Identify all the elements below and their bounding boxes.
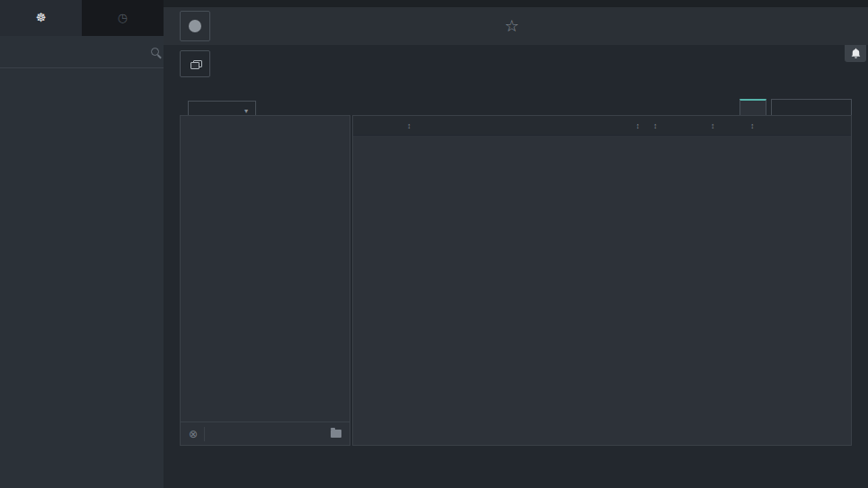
table-header: ↕ ↕ ↕ ↕ ↕ [353, 116, 851, 136]
main-area: ☆ ▾ ⊗ [164, 0, 868, 488]
sidebar: ☸ ◷ [0, 0, 164, 488]
folder-icon[interactable] [331, 430, 341, 438]
header-name[interactable]: ↕ [405, 121, 585, 130]
tab-dashboard[interactable]: ◷ [82, 0, 164, 36]
copy-windows-icon [190, 60, 200, 68]
help-icon [189, 20, 201, 32]
sort-icon[interactable]: ↕ [711, 121, 715, 130]
notifications-button[interactable] [845, 45, 866, 62]
search-icon[interactable] [151, 48, 159, 56]
top-strip [164, 0, 868, 7]
bell-icon [850, 48, 862, 59]
tab-webmin[interactable]: ☸ [0, 0, 82, 36]
table-body [353, 136, 851, 445]
webmin-logo-icon: ☸ [36, 12, 47, 24]
help-button[interactable] [180, 11, 210, 41]
tree-filter-bar: ⊗ [181, 421, 350, 445]
directory-tree [181, 116, 350, 421]
sidebar-menu [0, 68, 164, 77]
file-table-panel: ↕ ↕ ↕ ↕ ↕ [352, 115, 852, 446]
dashboard-gauge-icon: ◷ [118, 12, 128, 24]
chevron-down-icon: ▾ [244, 107, 248, 115]
sort-icon[interactable]: ↕ [636, 121, 641, 130]
header-size[interactable]: ↕ [585, 121, 653, 130]
header-modified[interactable]: ↕ [750, 121, 851, 130]
page-title: ☆ [504, 16, 527, 36]
sort-icon[interactable]: ↕ [653, 121, 658, 130]
sidebar-search [0, 36, 164, 68]
sort-icon[interactable]: ↕ [407, 121, 412, 130]
directory-tree-panel: ⊗ [180, 115, 350, 446]
paste-buffer-button[interactable] [180, 50, 210, 77]
logo-tabs: ☸ ◷ [0, 0, 164, 36]
filemanager-content: ▾ ⊗ ↕ ↕ [164, 45, 868, 488]
search-input[interactable] [12, 46, 151, 58]
main-header: ☆ [164, 7, 868, 45]
star-outline-icon[interactable]: ☆ [504, 16, 518, 36]
clear-filter-icon[interactable]: ⊗ [189, 429, 198, 439]
header-owner[interactable]: ↕ [653, 121, 711, 130]
header-mode[interactable]: ↕ [711, 121, 750, 130]
sort-icon[interactable]: ↕ [750, 121, 755, 130]
tree-filter-input[interactable] [204, 427, 324, 441]
